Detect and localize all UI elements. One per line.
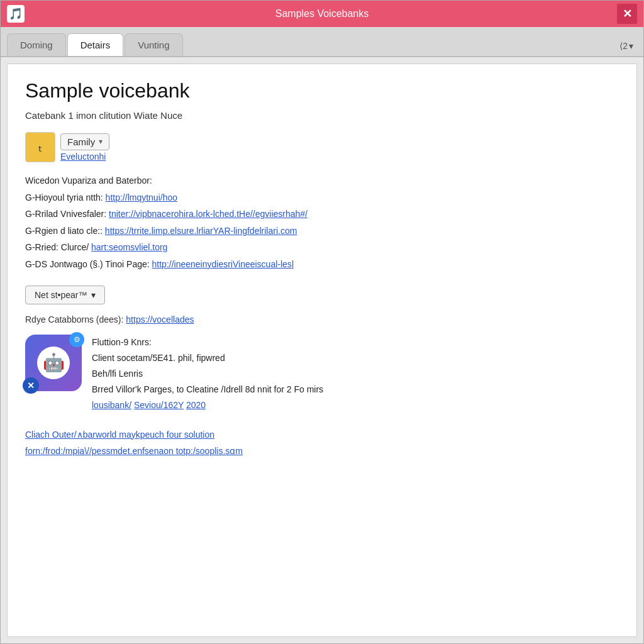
- app-badge-settings-icon: ⚙: [69, 332, 84, 347]
- link4-url[interactable]: hart:seomsvliel.torg: [91, 242, 167, 252]
- family-dropdown-button[interactable]: Family ▾: [60, 133, 109, 150]
- app-links-row: lousibank/ Seviou/162Y 2020: [92, 397, 323, 413]
- window-title: Samples Voicebanks: [275, 8, 369, 19]
- net-dropdown-row: Net st•pear™ ▾: [25, 286, 619, 304]
- link3-url[interactable]: https://trrite.limp.elsure.lrliarYAR-lin…: [105, 226, 297, 236]
- subtitle: Catebank 1 imon clitution Wiate Nuce: [25, 110, 619, 121]
- links-section: Wicedon Vupariza and Baterbor: G-Hioyoul…: [25, 172, 619, 273]
- tab-vunting[interactable]: Vunting: [125, 33, 182, 56]
- title-bar-left: 🎵: [7, 5, 25, 23]
- link3-row: G-Rgien d liato cle:: https://trrite.lim…: [25, 223, 619, 240]
- family-dropdown-container: Family ▾ Eveluctonhi: [60, 133, 109, 162]
- page-title: Sample voicebank: [25, 79, 619, 103]
- close-button[interactable]: ✕: [617, 4, 637, 24]
- link2-row: G-Rrilad Vnivesfaler: tniter://vipbnacer…: [25, 206, 619, 223]
- net-btn-label: Net st•pear™: [35, 290, 87, 300]
- app-link1[interactable]: lousibank/: [92, 400, 131, 410]
- app-info-line3: Beh/lfi Lenris: [92, 366, 323, 382]
- tab-right-control[interactable]: ⟨2 ▾: [619, 41, 633, 51]
- link5-url[interactable]: http://ineeneinydiesriVineeiscual-les|: [152, 259, 294, 269]
- links-heading: Wicedon Vupariza and Baterbor:: [25, 172, 619, 189]
- app-face-icon: 🤖: [37, 347, 70, 379]
- main-window: 🎵 Samples Voicebanks ✕ Doming Detairs Vu…: [0, 0, 644, 644]
- evolution-link[interactable]: Eveluctonhi: [60, 152, 109, 162]
- tab-bar: Doming Detairs Vunting ⟨2 ▾: [1, 27, 643, 57]
- family-dropdown-arrow: ▾: [99, 137, 103, 146]
- footer-link1: Cliach Outer/∧barworld maykpeuch four so…: [25, 426, 619, 443]
- family-icon: ₜ: [25, 132, 55, 162]
- chevron-down-icon: ▾: [629, 41, 633, 51]
- app-info-line2: Client socetam/5E41. phil, fipwred: [92, 350, 323, 366]
- app-info: Fluttion-9 Knrs: Client socetam/5E41. ph…: [92, 335, 323, 414]
- app-info-line1: Fluttion-9 Knrs:: [92, 335, 323, 350]
- net-stream-button[interactable]: Net st•pear™ ▾: [25, 286, 105, 304]
- tab-coming[interactable]: Doming: [7, 33, 66, 56]
- link4-row: G-Rried: Clurce/ hart:seomsvliel.torg: [25, 239, 619, 256]
- app-link2[interactable]: Seviou/162Y: [134, 400, 184, 410]
- content-area: Sample voicebank Catebank 1 imon clituti…: [7, 64, 637, 637]
- rdye-link[interactable]: https://vocellades: [126, 314, 194, 325]
- rdye-label: Rdye Catabborns (dees):: [25, 314, 123, 325]
- footer-link2: forn:/frod:/mpia\//pessmdet.enfsenaon to…: [25, 443, 619, 460]
- link2-url[interactable]: tniter://vipbnacerohira.lork-lched.tHe//…: [109, 209, 308, 219]
- app-icon-small: 🎵: [7, 5, 25, 23]
- rdye-line: Rdye Catabborns (dees): https://vocellad…: [25, 314, 619, 325]
- app-card: 🤖 ⚙ ✕ Fluttion-9 Knrs: Client socetam/5E…: [25, 335, 619, 414]
- family-row: ₜ Family ▾ Eveluctonhi: [25, 132, 619, 162]
- family-label: Family: [67, 136, 95, 147]
- link5-row: G-DS Jontwago (§.) Tinoi Page: http://in…: [25, 256, 619, 273]
- link1-row: G-Hioyoul tyria ntth: http://lmqytnui/ho…: [25, 189, 619, 206]
- app-link3[interactable]: 2020: [186, 400, 206, 410]
- footer-links[interactable]: Cliach Outer/∧barworld maykpeuch four so…: [25, 426, 619, 460]
- app-icon-large: 🤖 ⚙ ✕: [25, 335, 82, 391]
- tab-details[interactable]: Detairs: [67, 33, 124, 56]
- title-bar: 🎵 Samples Voicebanks ✕: [1, 1, 643, 27]
- tab-right-label: ⟨2: [619, 41, 628, 51]
- link1-url[interactable]: http://lmqytnui/hoo: [106, 192, 177, 203]
- net-btn-arrow: ▾: [91, 290, 96, 300]
- app-info-line4: Brred Villor'k Parges, to Cleatine /Idre…: [92, 382, 323, 397]
- app-badge-x-icon: ✕: [23, 377, 39, 394]
